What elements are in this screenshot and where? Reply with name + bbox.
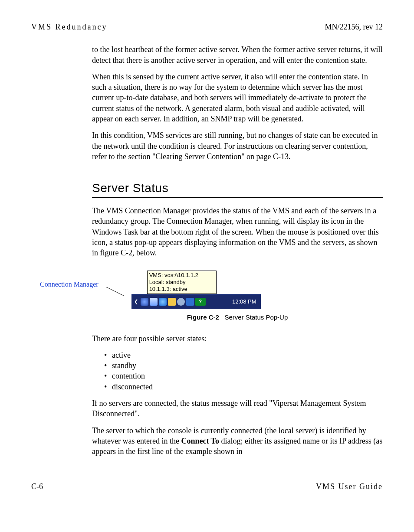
- page-footer: C-6 VMS User Guide: [31, 481, 383, 492]
- figure-title: Server Status Pop-Up: [224, 313, 288, 321]
- header-left: VMS Redundancy: [31, 22, 108, 32]
- tooltip-line: VMS: vos:\\10.1.1.2: [149, 272, 214, 279]
- bold-text: Connect To: [181, 437, 219, 445]
- paragraph: There are four possible server states:: [92, 333, 383, 344]
- tray-icon: [186, 298, 194, 306]
- callout-label: Connection Manager: [40, 280, 99, 289]
- figure: Connection Manager VMS: vos:\\10.1.1.2 L…: [92, 271, 383, 309]
- figure-caption: Figure C-2 Server Status Pop-Up: [92, 313, 383, 322]
- taskbar-screenshot: VMS: vos:\\10.1.1.2 Local: standby 10.1.…: [131, 271, 261, 309]
- footer-title: VMS User Guide: [316, 481, 383, 492]
- windows-taskbar: ❮ ? 12:08 PM: [131, 294, 261, 309]
- status-tooltip: VMS: vos:\\10.1.1.2 Local: standby 10.1.…: [147, 271, 217, 294]
- figure-number: Figure C-2: [187, 313, 219, 321]
- paragraph: In this condition, VMS services are stil…: [92, 130, 383, 162]
- server-states-list: active standby contention disconnected: [104, 350, 383, 392]
- list-item: standby: [104, 360, 383, 371]
- paragraph: If no servers are connected, the status …: [92, 398, 383, 419]
- svg-line-0: [106, 287, 124, 296]
- list-item: contention: [104, 371, 383, 381]
- section-heading: Server Status: [92, 180, 383, 198]
- body-content: to the lost heartbeat of the former acti…: [92, 44, 383, 457]
- connection-manager-tray-icon: ?: [195, 298, 206, 306]
- callout-arrow-icon: [106, 287, 124, 296]
- tray-icon: [141, 298, 148, 306]
- header-right: MN/22156, rev 12: [325, 22, 383, 32]
- tray-expand-icon: ❮: [133, 299, 139, 305]
- taskbar-clock: 12:08 PM: [232, 298, 259, 306]
- tray-icon: [150, 298, 158, 306]
- tooltip-line: Local: standby: [149, 279, 214, 286]
- tooltip-line: 10.1.1.3: active: [149, 286, 214, 293]
- tray-icon: [168, 298, 176, 306]
- tray-icon: [159, 298, 167, 306]
- paragraph: to the lost heartbeat of the former acti…: [92, 44, 383, 65]
- page-header: VMS Redundancy MN/22156, rev 12: [31, 22, 383, 32]
- list-item: disconnected: [104, 382, 383, 392]
- paragraph: The server to which the console is curre…: [92, 425, 383, 457]
- paragraph: When this is sensed by the current activ…: [92, 72, 383, 124]
- list-item: active: [104, 350, 383, 360]
- paragraph: The VMS Connection Manager provides the …: [92, 206, 383, 258]
- tray-icon: [177, 298, 185, 306]
- page-number: C-6: [31, 481, 43, 492]
